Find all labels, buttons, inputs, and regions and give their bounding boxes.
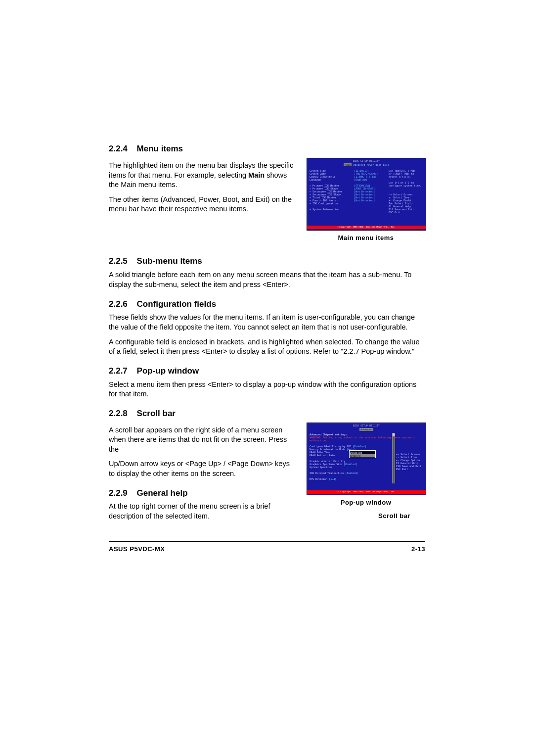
heading-225: 2.2.5 Sub-menu items — [109, 256, 425, 267]
bios-help-pane: ←→ Select Screen↑↓ Select Item+- Change … — [396, 453, 423, 471]
para: The other items (Advanced, Power, Boot, … — [109, 195, 298, 214]
figure-caption: Scroll bar — [307, 512, 425, 520]
footer-left: ASUS P5VDC-MX — [109, 545, 165, 554]
heading-227: 2.2.7 Pop-up window — [109, 366, 425, 377]
para: These fields show the values for the men… — [109, 313, 425, 332]
bios-popup: DisabledEnabled — [349, 450, 376, 458]
heading-229: 2.2.9 General help — [109, 488, 298, 499]
heading-title: Menu items — [137, 144, 183, 153]
para: A solid triangle before each item on any… — [109, 270, 425, 289]
bios-value-pane: [11:10:19][Thu 03/27/2003][1.44M, 3.5 in… — [354, 169, 384, 202]
para: Up/Down arrow keys or <Page Up> / <Page … — [109, 459, 298, 478]
heading-226: 2.2.6 Configuration fields — [109, 299, 425, 310]
para: At the top right corner of the menu scre… — [109, 502, 298, 521]
footer-right: 2-13 — [411, 545, 425, 554]
bios-screenshot-popup: BIOS SETUP UTILITY Advanced Advanced Chi… — [307, 423, 426, 495]
bios-help-pane: Use [ENTER], [TAB]or [SHIFT-TAB] toselec… — [389, 169, 423, 214]
para: A scroll bar appears on the right side o… — [109, 425, 298, 455]
para: A configurable field is enclosed in brac… — [109, 337, 425, 357]
bios-screenshot-main: BIOS SETUP UTILITY Main Advanced Power B… — [307, 158, 426, 231]
heading-228: 2.2.8 Scroll bar — [109, 408, 425, 420]
bios-scrollbar — [392, 433, 395, 483]
figure-caption: Main menu items — [307, 234, 425, 242]
para: The highlighted item on the menu bar dis… — [109, 161, 298, 190]
para: Select a menu item then press <Enter> to… — [109, 380, 425, 399]
manual-page: 2.2.4 Menu items The highlighted item on… — [109, 143, 425, 553]
figure-caption: Pop-up window — [307, 498, 425, 507]
bios-menubar: Main Advanced Power Boot Exit — [310, 163, 423, 166]
heading-num: 2.2.4 — [109, 144, 128, 153]
scrollbar-thumb — [393, 433, 395, 436]
heading-224: 2.2.4 Menu items — [109, 143, 425, 155]
page-footer: ASUS P5VDC-MX 2-13 — [109, 541, 425, 554]
